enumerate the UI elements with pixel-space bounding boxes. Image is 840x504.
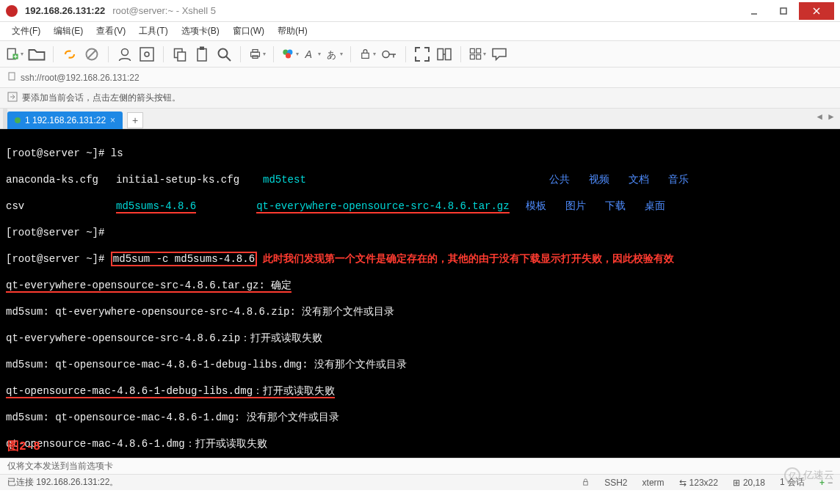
status-pos: 20,18 (743, 478, 765, 488)
window-title-sub: root@server:~ - Xshell 5 (112, 5, 216, 16)
svg-text:A: A (304, 48, 312, 60)
svg-rect-20 (253, 50, 258, 53)
ls-r2c7: 桌面 (645, 200, 665, 212)
menu-edit[interactable]: 编辑(E) (48, 23, 89, 40)
ls-r2c3: qt-everywhere-opensource-src-4.8.6.tar.g… (256, 200, 509, 213)
pos-icon: ⊞ (733, 478, 740, 488)
settings-icon[interactable] (138, 45, 156, 63)
disconnect-icon[interactable] (83, 45, 101, 63)
tab-scroll-right-icon[interactable]: ► (827, 112, 836, 122)
address-bar: ssh://root@192.168.26.131:22 (0, 67, 840, 88)
svg-rect-16 (200, 46, 204, 50)
out-line-1: md5sum: qt-everywhere-opensource-src-4.8… (6, 306, 394, 318)
encoding-icon[interactable]: あ▾ (325, 45, 343, 63)
copy-icon[interactable] (171, 45, 189, 63)
status-connection: 已连接 192.168.26.131:22。 (7, 476, 118, 489)
ls-r1c1: anaconda-ks.cfg (6, 173, 116, 186)
close-button[interactable] (799, 2, 834, 20)
bookmark-icon[interactable] (7, 72, 16, 83)
prompt: [root@server ~]# (6, 227, 111, 238)
key-icon[interactable] (380, 45, 398, 63)
svg-rect-32 (446, 48, 452, 59)
open-folder-icon[interactable] (28, 45, 46, 63)
ls-r2c4: 模板 (526, 200, 565, 213)
prompt: [root@server ~]# (6, 253, 111, 265)
ls-r1c6: 文档 (629, 173, 668, 186)
svg-line-18 (226, 56, 231, 61)
ls-r2c1: csv (6, 200, 116, 213)
out-line-4: qt-opensource-mac-4.8.6-1-debug-libs.dmg… (6, 385, 335, 398)
remove-session-icon[interactable]: − (828, 478, 833, 488)
status-term: xterm (642, 478, 665, 488)
size-icon: ⇆ (679, 478, 687, 488)
ls-r1c7: 音乐 (668, 174, 689, 186)
add-session-icon[interactable]: + (819, 478, 825, 488)
ls-r1c5: 视频 (589, 173, 629, 186)
hint-text: 要添加当前会话，点击左侧的箭头按钮。 (22, 92, 181, 104)
svg-rect-37 (9, 73, 15, 80)
fullscreen-icon[interactable] (413, 45, 431, 63)
menu-window[interactable]: 窗口(W) (227, 23, 270, 40)
menubar: 文件(F) 编辑(E) 查看(V) 工具(T) 选项卡(B) 窗口(W) 帮助(… (0, 22, 840, 41)
status-dot-icon (15, 117, 21, 123)
menu-view[interactable]: 查看(V) (90, 23, 131, 40)
svg-rect-27 (362, 53, 369, 58)
ls-r1c3: md5test (263, 173, 549, 186)
prompt: [root@server ~]# (6, 147, 111, 159)
session-tab[interactable]: 1 192.168.26.131:22 × (7, 112, 123, 129)
svg-line-9 (87, 50, 96, 59)
svg-rect-33 (470, 48, 474, 53)
search-icon[interactable] (215, 45, 233, 63)
ftp-icon[interactable] (435, 45, 453, 63)
svg-rect-11 (140, 48, 153, 61)
footer-hint: 仅将文本发送到当前选项卡 (0, 458, 840, 474)
svg-point-17 (219, 48, 228, 57)
svg-rect-34 (477, 48, 481, 53)
cmd-ls: ls (111, 147, 123, 159)
app-icon (6, 5, 18, 17)
chat-icon[interactable] (490, 45, 508, 63)
link-icon[interactable] (61, 45, 79, 63)
tab-add-button[interactable]: + (127, 112, 143, 128)
new-file-icon[interactable]: ▾ (6, 45, 23, 63)
status-ssh: SSH2 (604, 478, 627, 488)
footer-text: 仅将文本发送到当前选项卡 (7, 460, 113, 472)
maximize-button[interactable] (770, 2, 797, 20)
titlebar: 192.168.26.131:22 root@server:~ - Xshell… (0, 0, 840, 22)
annotation: 此时我们发现第一个文件是确定存在的，其他的由于没有下载显示打开失败，因此校验有效 (263, 253, 674, 265)
tab-label: 1 192.168.26.131:22 (25, 115, 106, 125)
menu-tools[interactable]: 工具(T) (133, 23, 173, 40)
address-url[interactable]: ssh://root@192.168.26.131:22 (21, 73, 833, 83)
paste-icon[interactable] (193, 45, 211, 63)
svg-point-12 (145, 52, 149, 56)
svg-rect-14 (178, 52, 186, 61)
statusbar: 已连接 192.168.26.131:22。 SSH2 xterm ⇆123x2… (0, 474, 840, 490)
menu-tabs[interactable]: 选项卡(B) (175, 23, 225, 40)
menu-help[interactable]: 帮助(H) (272, 23, 314, 40)
out-line-5: md5sum: qt-opensource-mac-4.8.6-1.dmg: 没… (6, 412, 339, 423)
ls-r1c2: initial-setup-ks.cfg (116, 173, 263, 186)
figure-label: 图2-8 (7, 440, 40, 453)
svg-rect-39 (584, 482, 588, 486)
arrow-add-icon[interactable] (7, 92, 18, 104)
ls-r1c4: 公共 (549, 173, 589, 186)
svg-point-24 (286, 53, 291, 58)
minimize-button[interactable] (740, 2, 768, 20)
tab-scroll-left-icon[interactable]: ◄ (815, 112, 824, 122)
out-line-3: md5sum: qt-opensource-mac-4.8.6-1-debug-… (6, 359, 407, 370)
profile-icon[interactable] (116, 45, 134, 63)
color-icon[interactable]: ▾ (281, 45, 299, 63)
tabbar: 1 192.168.26.131:22 × + ◄ ► (0, 109, 840, 129)
tab-close-icon[interactable]: × (110, 115, 115, 125)
svg-point-10 (122, 48, 128, 55)
print-icon[interactable]: ▾ (248, 45, 266, 63)
terminal[interactable]: [root@server ~]# ls anaconda-ks.cfginiti… (0, 129, 840, 458)
svg-text:あ: あ (327, 49, 336, 60)
svg-rect-1 (781, 8, 786, 14)
lock-icon[interactable]: ▾ (358, 45, 376, 63)
hint-bar: 要添加当前会话，点击左侧的箭头按钮。 (0, 88, 840, 109)
font-icon[interactable]: A▾ (303, 45, 321, 63)
menu-file[interactable]: 文件(F) (6, 23, 46, 40)
grid-icon[interactable]: ▾ (468, 45, 486, 63)
status-sessions: 1 会话 (780, 476, 805, 489)
